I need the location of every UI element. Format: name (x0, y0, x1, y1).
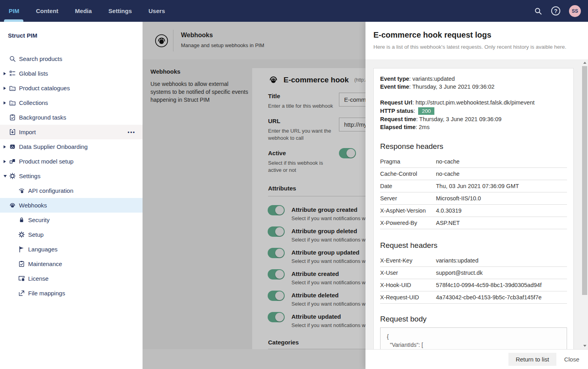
lock-icon (18, 216, 28, 224)
chevron-down-icon[interactable] (3, 175, 9, 178)
handshake-icon (9, 143, 19, 150)
product-model-icon (9, 158, 19, 165)
sidebar-item-setup[interactable]: Setup (0, 227, 143, 242)
sidebar-item-search-products[interactable]: Search products (0, 51, 143, 66)
sidebar-item-collections[interactable]: Collections (0, 95, 143, 110)
response-headers-table: Pragmano-cache Cache-Controlno-cache Dat… (380, 156, 567, 229)
license-icon (18, 275, 28, 282)
sidebar-item-api-configuration[interactable]: API configuration (0, 183, 143, 198)
table-row: DateThu, 03 Jun 2021 07:36:09 GMT (380, 180, 567, 192)
nav-tab-content[interactable]: Content (36, 0, 59, 22)
webhook-icon (9, 202, 19, 209)
clipboard-check-icon (9, 114, 19, 121)
sidebar-item-security[interactable]: Security (0, 213, 143, 227)
app-window: PIM Content Media Settings Users ? SS St… (0, 0, 588, 369)
table-row: ServerMicrosoft-IIS/10.0 (380, 192, 567, 205)
more-options-icon[interactable]: ••• (127, 129, 143, 135)
avatar[interactable]: SS (569, 5, 581, 17)
elapsed-time-row: Elapsed time: 2ms (380, 124, 430, 130)
scrollbar-thumb[interactable] (582, 66, 587, 295)
sidebar-item-languages[interactable]: Languages (0, 242, 143, 257)
request-headers-heading: Request headers (380, 241, 438, 250)
request-body-heading: Request body (380, 315, 426, 323)
table-row: X-AspNet-Version4.0.30319 (380, 205, 567, 217)
sidebar-item-file-mappings[interactable]: File mappings (0, 286, 143, 301)
chevron-right-icon[interactable] (3, 86, 9, 90)
collections-folder-icon (9, 99, 19, 107)
sidebar-item-settings[interactable]: Settings (0, 169, 143, 183)
http-status-row: HTTP status: 200 (380, 107, 434, 115)
scrollbar[interactable] (582, 59, 588, 349)
table-row: X-Powered-ByASP.NET (380, 217, 567, 229)
response-headers-heading: Response headers (380, 142, 443, 151)
file-export-icon (18, 289, 28, 297)
table-row: X-Request-UID4a743042-cbe0-4153-9b5c-7cb… (380, 291, 567, 304)
top-nav-tabs: PIM Content Media Settings Users (0, 0, 165, 22)
top-nav: PIM Content Media Settings Users ? SS (0, 0, 588, 22)
request-time-row: Request time: Thursday, 3 June 2021 09:3… (380, 116, 502, 122)
table-row: Cache-Controlno-cache (380, 168, 567, 180)
table-row: X-Usersupport@struct.dk (380, 267, 567, 279)
gear-icon (9, 172, 19, 180)
return-to-list-button[interactable]: Return to list (508, 353, 556, 366)
sidebar-menu: Search products Global lists Product cat… (0, 51, 143, 301)
sidebar-title: Struct PIM (0, 22, 143, 39)
help-icon[interactable]: ? (551, 6, 560, 15)
request-headers-table: X-Event-Keyvariants:updated X-Usersuppor… (380, 255, 567, 304)
sidebar-item-background-tasks[interactable]: Background tasks (0, 110, 143, 125)
panel-footer: Return to list Close (365, 349, 588, 369)
panel-title: E-commerce hook request logs (373, 30, 491, 40)
sidebar-item-global-lists[interactable]: Global lists (0, 66, 143, 81)
clipboard-check-icon (18, 260, 28, 268)
import-icon (9, 128, 19, 136)
search-icon (9, 55, 19, 63)
panel-scroll-area: Event type: variants:updated Event time:… (365, 59, 588, 349)
request-logs-panel: E-commerce hook request logs Here is a l… (365, 22, 588, 369)
table-row: Pragmano-cache (380, 156, 567, 168)
sidebar-item-license[interactable]: License (0, 271, 143, 286)
sidebar-item-webhooks[interactable]: Webhooks (0, 198, 143, 213)
status-badge: 200 (418, 107, 434, 115)
chevron-right-icon[interactable] (3, 145, 9, 149)
chevron-right-icon[interactable] (3, 101, 9, 105)
top-nav-actions: ? SS (534, 5, 588, 17)
sidebar: Struct PIM Search products Global lists … (0, 22, 143, 369)
main-content: Webhooks Manage and setup webhooks in PI… (143, 22, 365, 369)
request-url-row: Request Url: http://struct.pim.webhookte… (380, 99, 535, 106)
event-time-row: Event time: Thursday, 3 June 2021 09:36:… (380, 84, 495, 90)
flag-icon (18, 245, 28, 253)
nav-tab-pim[interactable]: PIM (9, 0, 19, 22)
chevron-right-icon[interactable] (3, 72, 9, 76)
folder-icon (9, 84, 19, 92)
panel-subtitle: Here is a list of this webhook's latest … (373, 44, 566, 50)
chevron-right-icon[interactable] (3, 160, 9, 164)
table-row: X-Hook-UID578f4c10-0994-4c59-8bc1-39d030… (380, 279, 567, 291)
api-lock-icon (18, 187, 28, 194)
sidebar-item-data-supplier-onboarding[interactable]: Data Supplier Onboarding (0, 139, 143, 154)
scrollbar-up-arrow-icon[interactable] (582, 60, 588, 66)
log-detail-card: Event type: variants:updated Event time:… (373, 68, 574, 349)
nav-tab-settings[interactable]: Settings (108, 0, 132, 22)
active-tab-indicator (4, 19, 23, 22)
nav-tab-users[interactable]: Users (148, 0, 165, 22)
table-row: X-Event-Keyvariants:updated (380, 255, 567, 267)
global-lists-icon (9, 70, 19, 77)
close-button[interactable]: Close (564, 356, 579, 363)
search-icon[interactable] (534, 7, 542, 15)
sidebar-item-product-catalogues[interactable]: Product catalogues (0, 81, 143, 95)
gear-icon (18, 231, 28, 238)
scrollbar-down-arrow-icon[interactable] (582, 343, 588, 349)
request-body-code: { "VariantIds": [ (380, 327, 567, 349)
modal-backdrop (143, 22, 365, 369)
sidebar-item-import[interactable]: Import ••• (0, 125, 143, 139)
event-type-row: Event type: variants:updated (380, 76, 455, 82)
sidebar-item-product-model-setup[interactable]: Product model setup (0, 154, 143, 169)
sidebar-item-maintenance[interactable]: Maintenance (0, 257, 143, 271)
nav-tab-media[interactable]: Media (75, 0, 92, 22)
